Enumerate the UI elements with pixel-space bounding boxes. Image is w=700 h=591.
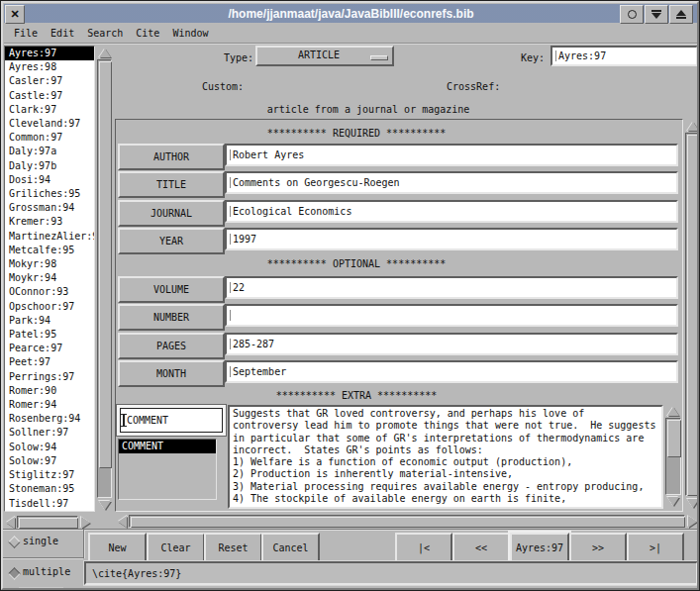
nav-current-button[interactable]: Ayres:97: [510, 533, 569, 563]
field-input-month[interactable]: September: [225, 360, 678, 383]
list-item[interactable]: Dosi:94: [5, 173, 94, 187]
extra-field-name-input[interactable]: COMMENT: [120, 408, 223, 433]
field-label-number[interactable]: NUMBER: [118, 304, 225, 331]
nav-prev-button[interactable]: <<: [452, 533, 510, 563]
list-scroll-left-button[interactable]: [4, 516, 17, 529]
comment-vertical-scrollbar-thumb[interactable]: [667, 420, 681, 457]
nav-next-button[interactable]: >>: [569, 533, 627, 563]
list-item[interactable]: Metcalfe:95: [5, 244, 94, 257]
list-item[interactable]: Perrings:97: [5, 370, 94, 384]
field-label-title[interactable]: TITLE: [118, 171, 225, 198]
list-horizontal-scrollbar[interactable]: [17, 516, 78, 529]
menu-window[interactable]: Window: [172, 28, 208, 39]
list-vertical-scrollbar-thumb[interactable]: [99, 61, 112, 468]
single-radio[interactable]: [8, 536, 21, 548]
list-item[interactable]: Stoneman:95: [5, 482, 94, 496]
form-vertical-scrollbar-thumb[interactable]: [687, 135, 700, 496]
multiple-radio[interactable]: [8, 567, 21, 580]
title-bar[interactable]: /home/jjanmaat/java/JavaBibIII/econrefs.…: [4, 4, 698, 23]
list-item[interactable]: Park:94: [5, 314, 94, 328]
form-scroll-up-button[interactable]: [685, 119, 700, 133]
form-scroll-right-button[interactable]: [685, 515, 699, 528]
field-input-volume[interactable]: 22: [225, 276, 678, 299]
field-input-author[interactable]: Robert Ayres: [225, 144, 678, 166]
list-item[interactable]: Stiglitz:97: [5, 468, 94, 482]
comment-textarea[interactable]: Suggests that GR loved controversy, and …: [228, 405, 663, 509]
list-item[interactable]: Ayres:98: [5, 60, 94, 74]
list-item[interactable]: Casler:97: [5, 74, 94, 88]
menu-search[interactable]: Search: [87, 28, 123, 39]
list-item[interactable]: Sollner:97: [5, 426, 94, 440]
custom-label: Custom:: [202, 81, 244, 92]
list-item[interactable]: Rosenberg:94: [5, 412, 94, 426]
clear-button[interactable]: Clear: [147, 533, 205, 563]
list-item[interactable]: Daly:97b: [5, 159, 94, 173]
reference-list[interactable]: Ayres:97Ayres:98Casler:97Castle:97Clark:…: [4, 46, 95, 512]
list-item[interactable]: Grossman:94: [5, 201, 94, 215]
menu-cite[interactable]: Cite: [136, 28, 159, 39]
menu-file[interactable]: File: [14, 28, 38, 39]
window-menu-button[interactable]: ✕: [5, 5, 25, 24]
extra-field-list-item[interactable]: COMMENT: [119, 440, 216, 453]
nav-last-button[interactable]: >|: [627, 533, 684, 563]
iconify-button[interactable]: [620, 5, 644, 24]
list-item[interactable]: Opschoor:97: [5, 300, 94, 314]
form-horizontal-scrollbar-thumb[interactable]: [131, 517, 685, 528]
cancel-button[interactable]: Cancel: [261, 533, 320, 563]
list-item[interactable]: Mokyr:98: [5, 257, 94, 271]
list-item[interactable]: Castle:97: [5, 89, 94, 103]
bottom-frame-handle: [19, 587, 63, 591]
list-item[interactable]: Common:97: [5, 131, 94, 145]
field-label-pages[interactable]: PAGES: [118, 333, 225, 359]
list-item[interactable]: Kremer:93: [5, 215, 94, 229]
field-label-author[interactable]: AUTHOR: [118, 144, 225, 170]
list-item[interactable]: MartinezAlier:9: [5, 230, 94, 244]
field-label-year[interactable]: YEAR: [118, 228, 225, 254]
list-item[interactable]: Peet:97: [5, 355, 94, 369]
list-item[interactable]: Daly:97a: [5, 145, 94, 158]
nav-first-button[interactable]: |<: [395, 533, 452, 563]
field-input-year[interactable]: 1997: [225, 228, 678, 250]
field-label-journal[interactable]: JOURNAL: [118, 200, 225, 227]
list-item[interactable]: Moykr:94: [5, 271, 94, 285]
list-item[interactable]: Griliches:95: [5, 187, 94, 201]
list-scroll-up-button[interactable]: [97, 46, 112, 59]
list-item[interactable]: Patel:95: [5, 328, 94, 342]
new-button[interactable]: New: [88, 533, 147, 563]
list-scroll-down-button[interactable]: [97, 498, 112, 512]
field-label-volume[interactable]: VOLUME: [118, 276, 225, 303]
extra-field-list[interactable]: COMMENT: [118, 439, 217, 500]
list-item[interactable]: Clark:97: [5, 103, 94, 117]
field-input-title[interactable]: Comments on Georgescu-Roegen: [225, 171, 678, 194]
maximize-button[interactable]: [669, 5, 693, 24]
menu-edit[interactable]: Edit: [50, 28, 74, 39]
list-item[interactable]: Romer:90: [5, 384, 94, 398]
form-scroll-left-button[interactable]: [115, 515, 129, 528]
form-horizontal-scrollbar[interactable]: [129, 515, 685, 528]
comment-scroll-down-button[interactable]: [665, 495, 681, 508]
shade-button[interactable]: [645, 5, 668, 24]
comment-scroll-up-button[interactable]: [665, 405, 681, 418]
field-label-month[interactable]: MONTH: [118, 360, 225, 387]
form-vertical-scrollbar[interactable]: [685, 133, 700, 496]
list-item[interactable]: Solow:94: [5, 441, 94, 454]
list-vertical-scrollbar[interactable]: [97, 59, 112, 498]
reset-button[interactable]: Reset: [204, 533, 262, 563]
key-input[interactable]: Ayres:97: [550, 46, 698, 66]
list-item[interactable]: Cleveland:97: [5, 117, 94, 131]
form-scroll-down-button[interactable]: [685, 496, 700, 510]
list-item[interactable]: Tisdell:97: [5, 497, 94, 511]
list-item[interactable]: Pearce:97: [5, 342, 94, 355]
field-input-journal[interactable]: Ecological Economics: [225, 200, 678, 223]
list-item[interactable]: Ayres:97: [5, 47, 94, 60]
cite-string-field[interactable]: \cite{Ayres:97}: [84, 561, 698, 585]
list-scroll-right-button[interactable]: [79, 516, 92, 529]
list-item[interactable]: OConnor:93: [5, 285, 94, 299]
list-item[interactable]: Solow:97: [5, 454, 94, 468]
type-option-menu[interactable]: ARTICLE: [255, 46, 394, 66]
comment-vertical-scrollbar[interactable]: [665, 418, 681, 495]
field-input-pages[interactable]: 285-287: [225, 333, 678, 355]
list-horizontal-scrollbar-thumb[interactable]: [19, 518, 78, 529]
field-input-number[interactable]: [225, 304, 678, 327]
list-item[interactable]: Romer:94: [5, 398, 94, 412]
